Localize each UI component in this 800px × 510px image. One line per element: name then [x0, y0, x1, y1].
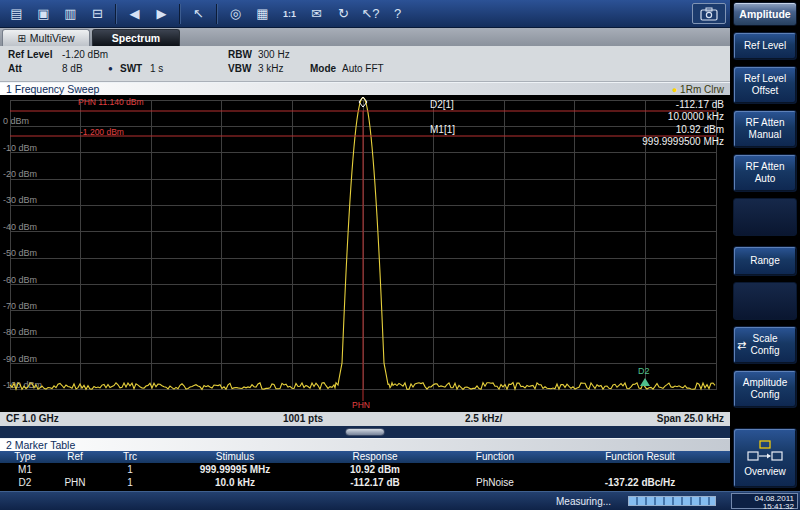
toolbar-save-button[interactable]: ▣ [31, 3, 56, 25]
toolbar-envelope-button[interactable]: ✉ [304, 3, 329, 25]
m1-response-readout: 10.92 dBm [676, 124, 724, 135]
swt-value[interactable]: 1 s [150, 63, 163, 74]
swap-axes-icon: ⇄ [737, 339, 746, 351]
report-view-icon: ▦ [256, 6, 268, 21]
y-axis-label: -40 dBm [3, 222, 37, 232]
rbw-value[interactable]: 300 Hz [258, 49, 290, 60]
mode-label: Mode [310, 63, 336, 74]
pointer-icon: ↖ [193, 6, 204, 21]
y-axis-label: -20 dBm [3, 169, 37, 179]
camera-icon [700, 7, 718, 21]
header-type: Type [0, 451, 50, 463]
d2-stimulus: 10.0 kHz [160, 476, 310, 491]
status-bar: Measuring... 04.08.2011 15:41:32 [0, 491, 800, 510]
ref-level-value[interactable]: -1.20 dBm [62, 49, 108, 60]
toolbar-back-button[interactable]: ◀ [122, 3, 147, 25]
softkey-label: Ref Level [744, 40, 786, 52]
report-icon: ▤ [10, 6, 22, 21]
softkey-ref-level-offset[interactable]: Ref Level Offset [733, 66, 797, 104]
sweep-points[interactable]: 1001 pts [283, 412, 323, 426]
y-axis-label: -10 dBm [3, 143, 37, 153]
m1-type: M1 [0, 463, 50, 476]
splitter-grip-handle[interactable] [345, 428, 385, 436]
marker-table-row-m1[interactable]: M1 1 999.99995 MHz 10.92 dBm [0, 463, 730, 476]
toolbar-export-button[interactable]: ▥ [58, 3, 83, 25]
trace-indicator: ● 1Rm Clrw [672, 83, 724, 97]
toolbar-help-button[interactable]: ? [385, 3, 410, 25]
window1-title: 1 Frequency Sweep [6, 83, 99, 95]
d2-readout-label[interactable]: D2[1] [430, 99, 454, 110]
d2-function-result: -137.22 dBc/Hz [550, 476, 730, 491]
header-trc: Trc [100, 451, 160, 463]
tab-bar: ⊞ MultiView Spectrum [0, 28, 730, 46]
toolbar-separator [216, 4, 218, 24]
softkey-label: Scale Config [751, 333, 780, 357]
trace-indicator-label: 1Rm Clrw [680, 84, 724, 95]
att-value[interactable]: 8 dB [62, 63, 83, 74]
trace-color-dot-icon: ● [672, 85, 677, 95]
tab-spectrum[interactable]: Spectrum [92, 29, 180, 46]
overview-diagram-icon [747, 440, 783, 462]
toolbar-context-help-button[interactable]: ↖? [358, 3, 383, 25]
softkey-range[interactable]: Range [733, 246, 797, 276]
toolbar-separator [115, 4, 117, 24]
mode-value[interactable]: Auto FFT [342, 63, 384, 74]
toolbar-report-button[interactable]: ▤ [4, 3, 29, 25]
softkey-rf-atten-auto[interactable]: RF Atten Auto [733, 154, 797, 192]
softkey-amplitude-config[interactable]: Amplitude Config [733, 370, 797, 408]
softkey-blank-1 [733, 198, 797, 236]
screenshot-button[interactable] [692, 3, 726, 24]
d2-response-readout: -112.17 dB [676, 99, 724, 110]
y-axis-label: -50 dBm [3, 248, 37, 258]
export-icon: ▥ [64, 6, 76, 21]
toolbar-sync-button[interactable]: ↻ [331, 3, 356, 25]
marker-d2-label: D2 [638, 366, 650, 376]
m1-stimulus: 999.99995 MHz [160, 463, 310, 476]
y-axis-label: -60 dBm [3, 275, 37, 285]
toolbar-zoom-chart-button[interactable]: ◎ [223, 3, 248, 25]
y-axis-label: -90 dBm [3, 354, 37, 364]
y-axis-label: -80 dBm [3, 327, 37, 337]
d2-type: D2 [0, 476, 50, 491]
toolbar-one-to-one-button[interactable]: 1:1 [277, 3, 302, 25]
m1-ref [50, 463, 100, 476]
header-response: Response [310, 451, 440, 463]
measurement-progress-bar [628, 496, 716, 506]
m1-function-result [550, 463, 730, 476]
spectrum-analyzer-screen: ▤▣▥⊟◀▶↖◎▦1:1✉↻↖?? ⊞ MultiView Spectrum R… [0, 0, 800, 510]
m1-response: 10.92 dBm [310, 463, 440, 476]
scale-per-division: 2.5 kHz/ [465, 412, 502, 426]
toolbar-forward-button[interactable]: ▶ [149, 3, 174, 25]
softkey-overview[interactable]: Overview [733, 428, 797, 488]
tab-multiview-label: MultiView [30, 32, 75, 44]
vbw-value[interactable]: 3 kHz [258, 63, 284, 74]
tab-multiview[interactable]: ⊞ MultiView [2, 29, 90, 46]
marker-table-row-d2[interactable]: D2 PHN 1 10.0 kHz -112.17 dB PhNoise -13… [0, 476, 730, 491]
center-frequency[interactable]: CF 1.0 GHz [6, 412, 59, 426]
toolbar-print-button[interactable]: ⊟ [85, 3, 110, 25]
toolbar: ▤▣▥⊟◀▶↖◎▦1:1✉↻↖?? [0, 0, 730, 28]
forward-icon: ▶ [157, 6, 167, 21]
sync-icon: ↻ [338, 6, 349, 21]
toolbar-pointer-button[interactable]: ↖ [186, 3, 211, 25]
softkey-rf-atten-manual[interactable]: RF Atten Manual [733, 110, 797, 148]
toolbar-report-view-button[interactable]: ▦ [250, 3, 275, 25]
header-function-result: Function Result [550, 451, 730, 463]
softkey-ref-level[interactable]: Ref Level [733, 32, 797, 60]
frequency-axis-bar: CF 1.0 GHz 1001 pts 2.5 kHz/ Span 25.0 k… [0, 412, 730, 426]
softkey-scale-config[interactable]: ⇄Scale Config [733, 326, 797, 364]
softkey-label: Range [750, 255, 779, 267]
m1-trc: 1 [100, 463, 160, 476]
datetime-display[interactable]: 04.08.2011 15:41:32 [731, 493, 798, 509]
phn-readout: PHN 11.140 dBm [78, 97, 144, 107]
window1-title-bar[interactable]: 1 Frequency Sweep ● 1Rm Clrw [0, 82, 730, 95]
m1-readout-label[interactable]: M1[1] [430, 124, 455, 135]
softkey-label: Amplitude Config [743, 377, 787, 401]
marker-table-title-bar[interactable]: 2 Marker Table [0, 438, 730, 451]
marker-d2-symbol [640, 378, 650, 386]
y-axis-label: 0 dBm [3, 116, 29, 126]
header-function: Function [440, 451, 550, 463]
spectrum-plot[interactable]: 0 dBm-10 dBm-20 dBm-30 dBm-40 dBm-50 dBm… [0, 96, 730, 412]
d2-function: PhNoise [440, 476, 550, 491]
span-value[interactable]: Span 25.0 kHz [657, 412, 724, 426]
